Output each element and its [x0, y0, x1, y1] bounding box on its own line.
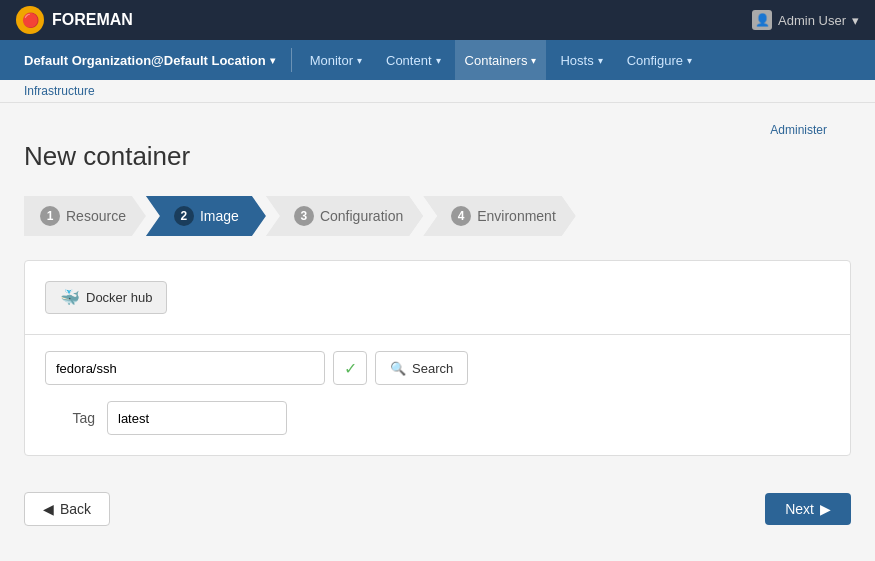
image-search-row: ✓ 🔍 Search	[45, 351, 830, 385]
breadcrumb-link[interactable]: Infrastructure	[24, 84, 95, 98]
docker-icon: 🐳	[60, 288, 80, 307]
org-caret-icon: ▾	[270, 55, 275, 66]
tag-input[interactable]	[107, 401, 287, 435]
admin-bar: Administer	[24, 119, 851, 141]
nav-item-content[interactable]: Content ▾	[376, 40, 451, 80]
brand-label: FOREMAN	[52, 11, 133, 29]
wizard-step-configuration[interactable]: 3 Configuration	[266, 196, 423, 236]
user-caret-icon: ▾	[852, 13, 859, 28]
nav-monitor-label: Monitor	[310, 53, 353, 68]
nav-configure-caret: ▾	[687, 55, 692, 66]
tag-row: Tag	[45, 401, 830, 435]
nav-monitor-caret: ▾	[357, 55, 362, 66]
wizard-step-environment[interactable]: 4 Environment	[423, 196, 576, 236]
back-button[interactable]: ◀ Back	[24, 492, 110, 526]
administer-link[interactable]: Administer	[770, 123, 827, 137]
search-button-label: Search	[412, 361, 453, 376]
bottom-bar: ◀ Back Next ▶	[24, 476, 851, 526]
search-icon: 🔍	[390, 361, 406, 376]
nav-content-caret: ▾	[436, 55, 441, 66]
nav-hosts-label: Hosts	[560, 53, 593, 68]
page-content: Administer New container 1 Resource 2 Im…	[0, 103, 875, 550]
user-menu[interactable]: 👤 Admin User ▾	[752, 10, 859, 30]
form-container: 🐳 Docker hub ✓ 🔍 Search Tag	[24, 260, 851, 456]
nav-containers-caret: ▾	[531, 55, 536, 66]
next-arrow-icon: ▶	[820, 501, 831, 517]
org-label: Default Organization@Default Location	[24, 53, 266, 68]
wizard-step-resource[interactable]: 1 Resource	[24, 196, 146, 236]
nav-containers-label: Containers	[465, 53, 528, 68]
nav-item-containers[interactable]: Containers ▾	[455, 40, 547, 80]
image-search-input[interactable]	[45, 351, 325, 385]
page-title: New container	[24, 141, 851, 172]
user-label: Admin User	[778, 13, 846, 28]
step-box-environment[interactable]: 4 Environment	[423, 196, 576, 236]
wizard-step-image[interactable]: 2 Image	[146, 196, 266, 236]
brand: 🔴 FOREMAN	[16, 6, 133, 34]
step-label-configuration: Configuration	[320, 208, 403, 224]
back-arrow-icon: ◀	[43, 501, 54, 517]
step-num-2: 2	[174, 206, 194, 226]
navbar: Default Organization@Default Location ▾ …	[0, 40, 875, 80]
step-label-resource: Resource	[66, 208, 126, 224]
divider	[25, 334, 850, 335]
nav-configure-label: Configure	[627, 53, 683, 68]
docker-hub-tab[interactable]: 🐳 Docker hub	[45, 281, 167, 314]
step-label-image: Image	[200, 208, 239, 224]
wizard-steps: 1 Resource 2 Image 3 Configuration 4 Env…	[24, 196, 851, 236]
step-box-image[interactable]: 2 Image	[146, 196, 266, 236]
nav-content-label: Content	[386, 53, 432, 68]
docker-hub-label: Docker hub	[86, 290, 152, 305]
step-num-4: 4	[451, 206, 471, 226]
step-box-resource[interactable]: 1 Resource	[24, 196, 146, 236]
next-button-label: Next	[785, 501, 814, 517]
check-button[interactable]: ✓	[333, 351, 367, 385]
nav-hosts-caret: ▾	[598, 55, 603, 66]
topbar: 🔴 FOREMAN 👤 Admin User ▾	[0, 0, 875, 40]
nav-divider	[291, 48, 292, 72]
foreman-logo: 🔴	[16, 6, 44, 34]
breadcrumb: Infrastructure	[0, 80, 875, 103]
tag-label: Tag	[45, 410, 95, 426]
back-button-label: Back	[60, 501, 91, 517]
org-selector[interactable]: Default Organization@Default Location ▾	[16, 53, 283, 68]
nav-item-hosts[interactable]: Hosts ▾	[550, 40, 612, 80]
check-icon: ✓	[344, 359, 357, 378]
nav-item-monitor[interactable]: Monitor ▾	[300, 40, 372, 80]
next-button[interactable]: Next ▶	[765, 493, 851, 525]
nav-item-configure[interactable]: Configure ▾	[617, 40, 702, 80]
step-num-3: 3	[294, 206, 314, 226]
search-button[interactable]: 🔍 Search	[375, 351, 468, 385]
step-label-environment: Environment	[477, 208, 556, 224]
step-num-1: 1	[40, 206, 60, 226]
step-box-configuration[interactable]: 3 Configuration	[266, 196, 423, 236]
user-icon: 👤	[752, 10, 772, 30]
